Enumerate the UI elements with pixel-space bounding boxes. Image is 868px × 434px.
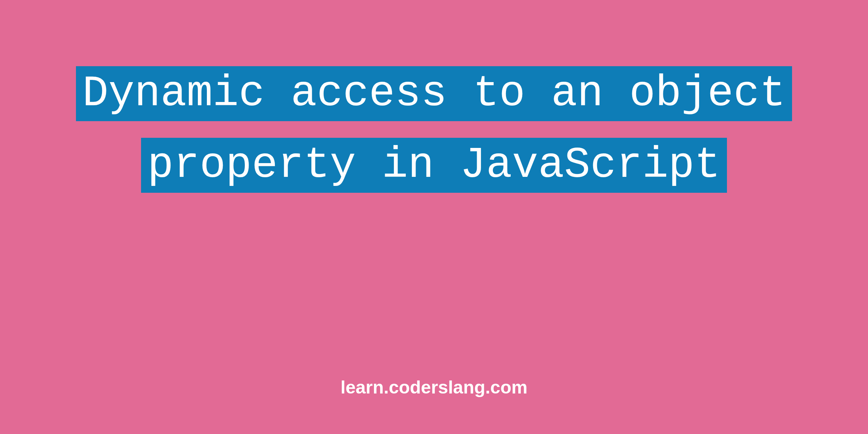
title-container: Dynamic access to an object property in …	[54, 58, 814, 201]
footer-url: learn.coderslang.com	[341, 377, 528, 398]
page-title: Dynamic access to an object property in …	[76, 66, 792, 193]
